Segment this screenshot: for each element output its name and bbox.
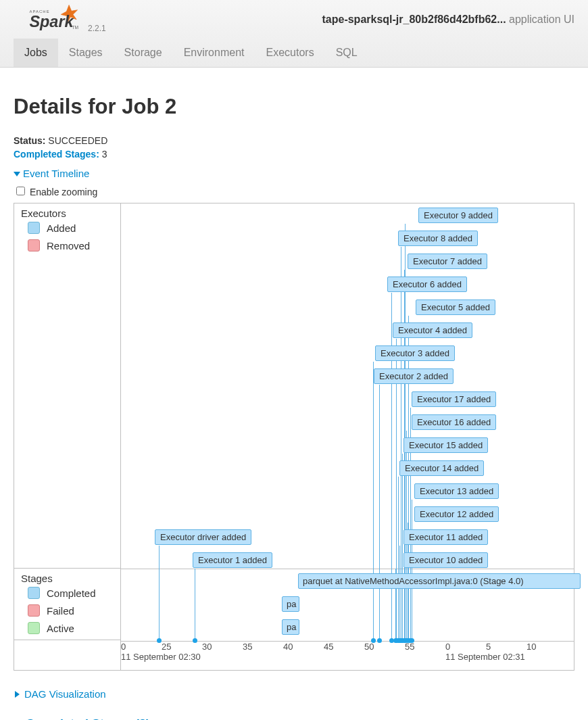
svg-marker-3 (14, 172, 20, 176)
legend-label: Added (47, 222, 76, 234)
executor-event[interactable]: Executor 8 added (398, 231, 478, 246)
executor-event[interactable]: Executor driver added (155, 529, 251, 545)
timeline-canvas[interactable]: Executor 9 addedExecutor 8 addedExecutor… (121, 203, 574, 670)
stage-event[interactable]: pa (282, 619, 299, 635)
axis-tick: 011 September 02:31 (445, 642, 525, 662)
axis-tick: 35 (243, 642, 252, 652)
legend-swatch-icon (28, 622, 40, 634)
tab-storage[interactable]: Storage (114, 39, 173, 67)
content: Details for Job 2 Status: SUCCEEDED Comp… (0, 68, 588, 720)
axis-tick: 30 (202, 642, 212, 652)
legend-label: Failed (47, 605, 74, 617)
svg-marker-4 (15, 691, 20, 698)
enable-zoom-checkbox[interactable] (16, 187, 25, 195)
executor-event[interactable]: Executor 17 added (412, 391, 496, 407)
legend-item-failed: Failed (28, 604, 114, 617)
executor-event[interactable]: Executor 2 added (374, 368, 454, 384)
executor-event[interactable]: Executor 6 added (387, 277, 467, 292)
enable-zoom-label: Enable zooming (30, 187, 97, 197)
event-timeline-toggle[interactable]: Event Timeline (14, 168, 574, 179)
stage-event[interactable]: parquet at NativeMethodAccessorImpl.java… (298, 573, 581, 589)
legend-swatch-icon (28, 604, 40, 617)
executor-event[interactable]: Executor 11 added (403, 529, 488, 545)
legend-label: Removed (47, 240, 90, 251)
enable-zoom-row: Enable zooming (14, 185, 574, 197)
axis-tick: 011 September 02:30 (121, 642, 201, 662)
dag-viz-toggle[interactable]: DAG Visualization (14, 688, 574, 700)
legend-swatch-icon (28, 587, 40, 599)
svg-text:TM: TM (72, 25, 78, 30)
axis-tick: 45 (324, 642, 333, 652)
legend-label: Active (47, 623, 74, 634)
app-name-main: tape-sparksql-jr_80b2f86d42bfb62... (322, 14, 506, 25)
tab-sql[interactable]: SQL (325, 39, 368, 67)
tab-executors[interactable]: Executors (255, 39, 324, 67)
app-name-suffix: application UI (509, 14, 574, 25)
executor-event[interactable]: Executor 9 added (418, 208, 498, 223)
nav-tabs: JobsStagesStorageEnvironmentExecutorsSQL (14, 39, 368, 67)
timeline: Executors AddedRemoved Stages CompletedF… (14, 203, 574, 671)
tab-jobs[interactable]: Jobs (14, 39, 58, 67)
axis-tick: 40 (283, 642, 293, 652)
axis-tick: 50 (364, 642, 374, 652)
stage-event[interactable]: pa (282, 596, 299, 612)
app-name: tape-sparksql-jr_80b2f86d42bfb62... appl… (322, 14, 574, 26)
executor-event[interactable]: Executor 1 added (193, 552, 272, 568)
executor-event[interactable]: Executor 16 added (412, 414, 496, 430)
timeline-legend-panel: Executors AddedRemoved Stages CompletedF… (14, 203, 121, 670)
legend-item-removed: Removed (28, 239, 114, 251)
legend-swatch-icon (28, 222, 40, 234)
meta-completed: Completed Stages: 3 (14, 149, 574, 160)
caret-right-icon (14, 688, 20, 700)
page-title: Details for Job 2 (14, 95, 574, 119)
meta-status: Status: SUCCEEDED (14, 135, 574, 146)
tab-stages[interactable]: Stages (58, 39, 114, 67)
brand[interactable]: APACHE Spark TM 2.2.1 (28, 4, 106, 36)
executor-event[interactable]: Executor 4 added (393, 322, 472, 338)
axis-tick: 10 (526, 642, 536, 652)
executor-event[interactable]: Executor 3 added (375, 345, 455, 361)
meta-status-value: SUCCEEDED (48, 135, 107, 146)
completed-stages-link[interactable]: Completed Stages: (14, 149, 99, 160)
legend-item-active: Active (28, 622, 114, 634)
legend-item-completed: Completed (28, 587, 114, 599)
caret-down-icon (14, 168, 20, 179)
executor-event[interactable]: Executor 10 added (403, 552, 488, 568)
executor-event[interactable]: Executor 13 added (414, 483, 499, 499)
executor-event[interactable]: Executor 7 added (408, 254, 487, 269)
axis-tick: 5 (486, 642, 491, 652)
job-meta: Status: SUCCEEDED Completed Stages: 3 (14, 135, 574, 160)
axis-tick: 55 (405, 642, 414, 652)
spark-version: 2.2.1 (88, 24, 106, 33)
spark-logo-icon: APACHE Spark TM (28, 4, 84, 36)
legend-stages-title: Stages (21, 573, 114, 584)
executor-event[interactable]: Executor 12 added (414, 506, 499, 522)
meta-completed-value: 3 (102, 149, 107, 160)
legend-executors-title: Executors (21, 208, 114, 219)
legend-item-added: Added (28, 222, 114, 234)
tab-environment[interactable]: Environment (173, 39, 255, 67)
completed-stages-label: Completed Stages (3) (26, 717, 150, 720)
dag-viz-label: DAG Visualization (24, 688, 106, 700)
navbar: APACHE Spark TM 2.2.1 tape-sparksql-jr_8… (0, 0, 588, 68)
axis-tick: 25 (162, 642, 171, 652)
legend-label: Completed (47, 587, 96, 599)
completed-stages-toggle[interactable]: Completed Stages (3) (14, 717, 574, 720)
meta-status-label: Status: (14, 135, 45, 146)
executor-event[interactable]: Executor 15 added (403, 437, 488, 453)
svg-text:Spark: Spark (29, 13, 74, 30)
executor-event[interactable]: Executor 14 added (399, 460, 484, 476)
executor-event[interactable]: Executor 5 added (416, 299, 495, 315)
legend-swatch-icon (28, 239, 40, 251)
legend-executors: Executors AddedRemoved (14, 203, 120, 569)
event-timeline-label: Event Timeline (23, 168, 89, 179)
legend-stages: Stages CompletedFailedActive (14, 569, 120, 640)
